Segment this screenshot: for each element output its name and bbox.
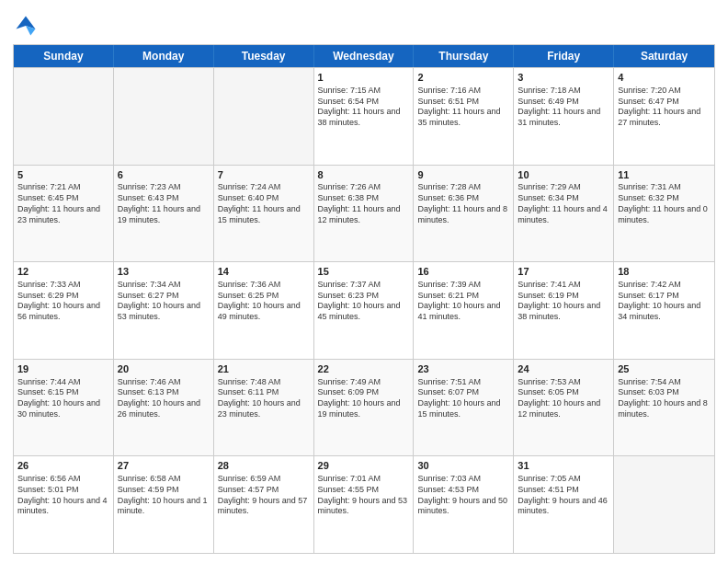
day-number: 31 — [518, 459, 609, 473]
day-header-monday: Monday — [114, 45, 214, 67]
day-cell-28: 28Sunrise: 6:59 AM Sunset: 4:57 PM Dayli… — [214, 456, 314, 553]
day-number: 12 — [17, 265, 109, 279]
day-content: Sunrise: 7:33 AM Sunset: 6:29 PM Dayligh… — [17, 280, 109, 323]
day-cell-30: 30Sunrise: 7:03 AM Sunset: 4:53 PM Dayli… — [414, 456, 514, 553]
day-content: Sunrise: 7:42 AM Sunset: 6:17 PM Dayligh… — [618, 280, 711, 323]
day-cell-24: 24Sunrise: 7:53 AM Sunset: 6:05 PM Dayli… — [514, 360, 614, 456]
calendar-body: 1Sunrise: 7:15 AM Sunset: 6:54 PM Daylig… — [14, 67, 714, 553]
day-content: Sunrise: 6:58 AM Sunset: 4:59 PM Dayligh… — [118, 474, 210, 517]
day-number: 11 — [618, 168, 711, 182]
day-cell-19: 19Sunrise: 7:44 AM Sunset: 6:15 PM Dayli… — [14, 360, 114, 456]
day-header-friday: Friday — [514, 45, 614, 67]
day-content: Sunrise: 7:49 AM Sunset: 6:09 PM Dayligh… — [318, 377, 410, 420]
day-number: 19 — [17, 362, 109, 376]
day-number: 5 — [17, 168, 109, 182]
day-cell-15: 15Sunrise: 7:37 AM Sunset: 6:23 PM Dayli… — [314, 262, 415, 359]
day-cell-29: 29Sunrise: 7:01 AM Sunset: 4:55 PM Dayli… — [314, 456, 415, 553]
day-cell-22: 22Sunrise: 7:49 AM Sunset: 6:09 PM Dayli… — [314, 360, 415, 456]
day-content: Sunrise: 7:46 AM Sunset: 6:13 PM Dayligh… — [118, 377, 210, 420]
day-number: 28 — [218, 459, 310, 473]
day-number: 29 — [318, 459, 410, 473]
day-content: Sunrise: 7:03 AM Sunset: 4:53 PM Dayligh… — [417, 474, 509, 517]
day-cell-6: 6Sunrise: 7:23 AM Sunset: 6:43 PM Daylig… — [114, 166, 214, 262]
day-cell-23: 23Sunrise: 7:51 AM Sunset: 6:07 PM Dayli… — [414, 360, 514, 456]
day-number: 9 — [417, 168, 509, 182]
day-content: Sunrise: 6:56 AM Sunset: 5:01 PM Dayligh… — [17, 474, 109, 517]
day-content: Sunrise: 7:20 AM Sunset: 6:47 PM Dayligh… — [618, 86, 711, 129]
day-content: Sunrise: 7:01 AM Sunset: 4:55 PM Dayligh… — [318, 474, 410, 517]
logo — [13, 13, 40, 39]
day-number: 6 — [118, 168, 210, 182]
day-number: 23 — [417, 362, 509, 376]
day-header-saturday: Saturday — [614, 45, 714, 67]
day-content: Sunrise: 7:54 AM Sunset: 6:03 PM Dayligh… — [618, 377, 711, 420]
day-cell-16: 16Sunrise: 7:39 AM Sunset: 6:21 PM Dayli… — [414, 262, 514, 359]
day-number: 10 — [518, 168, 609, 182]
day-number: 21 — [218, 362, 310, 376]
day-number: 1 — [318, 71, 410, 85]
day-content: Sunrise: 7:05 AM Sunset: 4:51 PM Dayligh… — [518, 474, 609, 517]
day-cell-3: 3Sunrise: 7:18 AM Sunset: 6:49 PM Daylig… — [514, 68, 614, 165]
day-cell-10: 10Sunrise: 7:29 AM Sunset: 6:34 PM Dayli… — [514, 166, 614, 262]
week-row-5: 26Sunrise: 6:56 AM Sunset: 5:01 PM Dayli… — [14, 455, 714, 553]
day-content: Sunrise: 7:21 AM Sunset: 6:45 PM Dayligh… — [17, 182, 109, 225]
day-number: 13 — [118, 265, 210, 279]
day-content: Sunrise: 7:28 AM Sunset: 6:36 PM Dayligh… — [417, 182, 509, 225]
day-cell-12: 12Sunrise: 7:33 AM Sunset: 6:29 PM Dayli… — [14, 262, 114, 359]
empty-cell — [114, 68, 214, 165]
day-number: 8 — [318, 168, 410, 182]
day-content: Sunrise: 7:51 AM Sunset: 6:07 PM Dayligh… — [417, 377, 509, 420]
day-content: Sunrise: 6:59 AM Sunset: 4:57 PM Dayligh… — [218, 474, 310, 517]
day-content: Sunrise: 7:39 AM Sunset: 6:21 PM Dayligh… — [417, 280, 509, 323]
day-content: Sunrise: 7:15 AM Sunset: 6:54 PM Dayligh… — [318, 86, 410, 129]
day-number: 26 — [17, 459, 109, 473]
empty-cell — [214, 68, 314, 165]
day-content: Sunrise: 7:23 AM Sunset: 6:43 PM Dayligh… — [118, 182, 210, 225]
day-cell-27: 27Sunrise: 6:58 AM Sunset: 4:59 PM Dayli… — [114, 456, 214, 553]
day-content: Sunrise: 7:18 AM Sunset: 6:49 PM Dayligh… — [518, 86, 609, 129]
day-content: Sunrise: 7:44 AM Sunset: 6:15 PM Dayligh… — [17, 377, 109, 420]
day-cell-2: 2Sunrise: 7:16 AM Sunset: 6:51 PM Daylig… — [414, 68, 514, 165]
day-header-tuesday: Tuesday — [214, 45, 314, 67]
empty-cell — [614, 456, 714, 553]
day-content: Sunrise: 7:41 AM Sunset: 6:19 PM Dayligh… — [518, 280, 609, 323]
day-number: 18 — [618, 265, 711, 279]
day-content: Sunrise: 7:53 AM Sunset: 6:05 PM Dayligh… — [518, 377, 609, 420]
week-row-4: 19Sunrise: 7:44 AM Sunset: 6:15 PM Dayli… — [14, 359, 714, 456]
day-number: 14 — [218, 265, 310, 279]
day-cell-20: 20Sunrise: 7:46 AM Sunset: 6:13 PM Dayli… — [114, 360, 214, 456]
day-number: 25 — [618, 362, 711, 376]
week-row-3: 12Sunrise: 7:33 AM Sunset: 6:29 PM Dayli… — [14, 261, 714, 359]
day-cell-26: 26Sunrise: 6:56 AM Sunset: 5:01 PM Dayli… — [14, 456, 114, 553]
day-number: 17 — [518, 265, 609, 279]
day-number: 3 — [518, 71, 609, 85]
day-content: Sunrise: 7:36 AM Sunset: 6:25 PM Dayligh… — [218, 280, 310, 323]
day-content: Sunrise: 7:48 AM Sunset: 6:11 PM Dayligh… — [218, 377, 310, 420]
day-cell-18: 18Sunrise: 7:42 AM Sunset: 6:17 PM Dayli… — [614, 262, 714, 359]
day-content: Sunrise: 7:29 AM Sunset: 6:34 PM Dayligh… — [518, 182, 609, 225]
day-number: 20 — [118, 362, 210, 376]
header — [13, 9, 715, 39]
day-number: 2 — [417, 71, 509, 85]
day-cell-5: 5Sunrise: 7:21 AM Sunset: 6:45 PM Daylig… — [14, 166, 114, 262]
day-number: 30 — [417, 459, 509, 473]
day-number: 7 — [218, 168, 310, 182]
svg-marker-0 — [17, 17, 36, 29]
empty-cell — [14, 68, 114, 165]
day-cell-8: 8Sunrise: 7:26 AM Sunset: 6:38 PM Daylig… — [314, 166, 415, 262]
day-content: Sunrise: 7:31 AM Sunset: 6:32 PM Dayligh… — [618, 182, 711, 225]
day-number: 15 — [318, 265, 410, 279]
day-cell-17: 17Sunrise: 7:41 AM Sunset: 6:19 PM Dayli… — [514, 262, 614, 359]
day-cell-14: 14Sunrise: 7:36 AM Sunset: 6:25 PM Dayli… — [214, 262, 314, 359]
day-cell-7: 7Sunrise: 7:24 AM Sunset: 6:40 PM Daylig… — [214, 166, 314, 262]
day-cell-1: 1Sunrise: 7:15 AM Sunset: 6:54 PM Daylig… — [314, 68, 415, 165]
day-number: 22 — [318, 362, 410, 376]
page: SundayMondayTuesdayWednesdayThursdayFrid… — [0, 0, 728, 563]
day-cell-21: 21Sunrise: 7:48 AM Sunset: 6:11 PM Dayli… — [214, 360, 314, 456]
calendar: SundayMondayTuesdayWednesdayThursdayFrid… — [13, 44, 715, 554]
week-row-2: 5Sunrise: 7:21 AM Sunset: 6:45 PM Daylig… — [14, 165, 714, 262]
day-cell-31: 31Sunrise: 7:05 AM Sunset: 4:51 PM Dayli… — [514, 456, 614, 553]
day-cell-9: 9Sunrise: 7:28 AM Sunset: 6:36 PM Daylig… — [414, 166, 514, 262]
day-number: 24 — [518, 362, 609, 376]
day-content: Sunrise: 7:16 AM Sunset: 6:51 PM Dayligh… — [417, 86, 509, 129]
